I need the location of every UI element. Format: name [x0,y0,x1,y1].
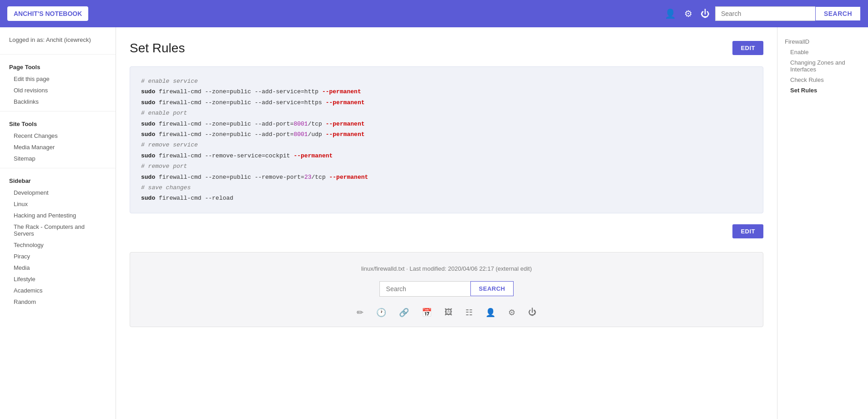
footer-edit-icon[interactable]: ✏ [357,308,363,318]
footer-icons: ✏ 🕐 🔗 📅 🖼 ☷ 👤 ⚙ ⏻ [139,308,754,318]
code-permanent-4: --permanent [326,131,365,138]
code-cmd-2: firewall-cmd --zone=public --add-service… [155,99,325,106]
code-cmd-1: firewall-cmd --zone=public --add-service… [155,88,322,95]
footer-search-button[interactable]: SEARCH [470,281,514,296]
toc-item-set-rules[interactable]: Set Rules [785,85,861,96]
sidebar-item-the-rack[interactable]: The Rack - Computers and Servers [0,221,116,239]
toc-panel: FirewallD Enable Changing Zones and Inte… [777,27,868,419]
code-comment-5: # save changes [141,184,191,191]
footer-settings-icon[interactable]: ⚙ [508,308,515,318]
footer-meta: linux/firewalld.txt · Last modified: 202… [139,265,754,272]
main-content: Set Rules EDIT # enable service sudo fir… [116,27,777,419]
edit-button-top[interactable]: EDIT [732,41,763,55]
footer-search-input[interactable] [379,281,470,297]
toc-item-changing-zones[interactable]: Changing Zones and Interfaces [785,57,861,75]
edit-bottom-container: EDIT [130,224,763,238]
footer-link-icon[interactable]: 🔗 [399,308,409,318]
code-comment-1: # enable service [141,78,198,85]
code-sudo-1: sudo [141,88,155,95]
footer-calendar-icon[interactable]: 📅 [422,308,432,318]
toc-item-firewalld[interactable]: FirewallD [785,36,861,47]
code-cmd-6b: /tcp [311,174,329,181]
code-permanent-6: --permanent [329,174,368,181]
user-icon[interactable]: 👤 [665,8,676,19]
settings-icon[interactable]: ⚙ [684,8,692,19]
sidebar-item-academics[interactable]: Academics [0,285,116,296]
code-permanent-2: --permanent [326,99,365,106]
header-search: SEARCH [715,6,861,21]
code-number-3: 23 [304,174,312,181]
footer-tree-icon[interactable]: ☷ [465,308,473,318]
code-cmd-3b: /tcp [308,121,326,127]
footer-section: linux/firewalld.txt · Last modified: 202… [130,252,763,327]
footer-history-icon[interactable]: 🕐 [376,308,386,318]
sidebar-item-linux[interactable]: Linux [0,198,116,210]
code-comment-2: # enable port [141,110,187,116]
logout-icon[interactable]: ⏻ [701,9,710,19]
footer-image-icon[interactable]: 🖼 [444,308,453,317]
page-tools-title: Page Tools [0,58,116,73]
header-icons: 👤 ⚙ ⏻ [665,8,710,19]
header-search-button[interactable]: SEARCH [815,6,861,21]
toc-item-enable[interactable]: Enable [785,47,861,57]
header-search-input[interactable] [715,6,815,21]
code-sudo-5: sudo [141,152,155,159]
code-comment-3: # remove service [141,141,198,148]
sidebar-item-media[interactable]: Media [0,262,116,273]
code-sudo-7: sudo [141,195,155,202]
code-cmd-5: firewall-cmd --remove-service=cockpit [155,152,293,159]
page-title: Set Rules [130,41,185,56]
code-sudo-3: sudo [141,121,155,127]
footer-search-row: SEARCH [139,281,754,297]
sidebar-item-old-revisions[interactable]: Old revisions [0,85,116,96]
sidebar-item-sitemap[interactable]: Sitemap [0,153,116,164]
sidebar-item-random[interactable]: Random [0,296,116,308]
sidebar-item-media-manager[interactable]: Media Manager [0,141,116,153]
header: ANCHIT'S NOTEBOOK 👤 ⚙ ⏻ SEARCH [0,0,868,27]
code-number-2: 8001 [293,131,308,138]
toc-item-check-rules[interactable]: Check Rules [785,75,861,85]
code-cmd-6: firewall-cmd --zone=public --remove-port… [155,174,304,181]
code-permanent-3: --permanent [326,121,365,127]
code-sudo-6: sudo [141,174,155,181]
sidebar-item-development[interactable]: Development [0,187,116,198]
sidebar-user: Logged in as: Anchit (icewreck) [0,36,116,50]
code-permanent-5: --permanent [293,152,333,159]
sidebar-item-hacking[interactable]: Hacking and Pentesting [0,210,116,221]
sidebar-item-technology[interactable]: Technology [0,239,116,251]
code-permanent-1: --permanent [322,88,361,95]
sidebar-item-lifestyle[interactable]: Lifestyle [0,273,116,285]
code-cmd-3: firewall-cmd --zone=public --add-port= [155,121,293,127]
page-header: Set Rules EDIT [130,41,763,56]
site-logo[interactable]: ANCHIT'S NOTEBOOK [7,6,88,21]
sidebar-item-backlinks[interactable]: Backlinks [0,96,116,107]
footer-logout-icon[interactable]: ⏻ [528,308,536,317]
code-sudo-2: sudo [141,99,155,106]
code-cmd-4b: /udp [308,131,326,138]
code-cmd-4: firewall-cmd --zone=public --add-port= [155,131,293,138]
code-number-1: 8001 [293,121,308,127]
footer-user-icon[interactable]: 👤 [485,308,495,318]
sidebar-item-piracy[interactable]: Piracy [0,251,116,262]
code-sudo-4: sudo [141,131,155,138]
code-cmd-7: firewall-cmd --reload [155,195,233,202]
sidebar: Logged in as: Anchit (icewreck) Page Too… [0,27,116,419]
sidebar-item-edit-page[interactable]: Edit this page [0,73,116,85]
layout: Logged in as: Anchit (icewreck) Page Too… [0,27,868,419]
code-block: # enable service sudo firewall-cmd --zon… [130,66,763,213]
site-tools-title: Site Tools [0,115,116,130]
sidebar-section-title: Sidebar [0,172,116,187]
sidebar-item-recent-changes[interactable]: Recent Changes [0,130,116,141]
edit-button-bottom[interactable]: EDIT [732,224,763,238]
code-comment-4: # remove port [141,163,187,170]
